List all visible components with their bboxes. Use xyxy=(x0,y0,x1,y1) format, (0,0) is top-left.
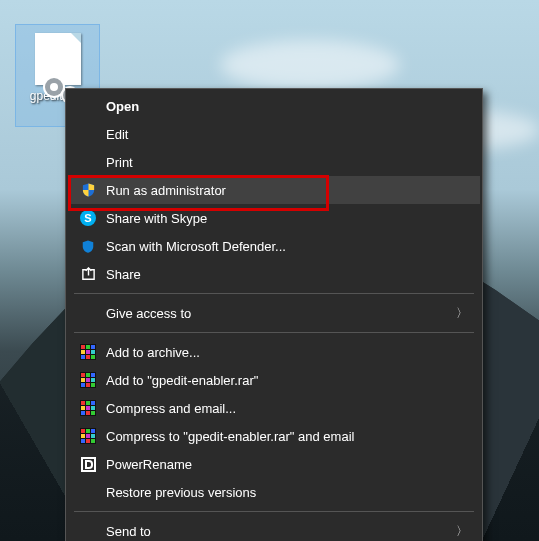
menu-item-label: Give access to xyxy=(106,306,456,321)
menu-item-edit[interactable]: Edit xyxy=(68,120,480,148)
menu-item-label: Open xyxy=(106,99,468,114)
menu-item-label: PowerRename xyxy=(106,457,468,472)
desktop-wallpaper: gpedit-e… Open Edit Print Run as adminis… xyxy=(0,0,539,541)
menu-item-powerrename[interactable]: PowerRename xyxy=(68,450,480,478)
share-icon xyxy=(76,264,100,284)
wallpaper-cloud xyxy=(220,40,400,90)
winrar-icon xyxy=(76,426,100,446)
chevron-right-icon: 〉 xyxy=(456,305,468,322)
menu-item-share[interactable]: Share xyxy=(68,260,480,288)
menu-item-open[interactable]: Open xyxy=(68,92,480,120)
menu-item-label: Add to archive... xyxy=(106,345,468,360)
menu-item-print[interactable]: Print xyxy=(68,148,480,176)
menu-item-send-to[interactable]: Send to 〉 xyxy=(68,517,480,541)
menu-item-label: Share xyxy=(106,267,468,282)
menu-item-label: Restore previous versions xyxy=(106,485,468,500)
menu-item-scan-defender[interactable]: Scan with Microsoft Defender... xyxy=(68,232,480,260)
winrar-icon xyxy=(76,342,100,362)
menu-item-add-to-archive[interactable]: Add to archive... xyxy=(68,338,480,366)
chevron-right-icon: 〉 xyxy=(456,523,468,540)
menu-item-compress-named-and-email[interactable]: Compress to "gpedit-enabler.rar" and ema… xyxy=(68,422,480,450)
menu-item-label: Compress and email... xyxy=(106,401,468,416)
uac-shield-icon xyxy=(76,180,100,200)
menu-item-run-as-administrator[interactable]: Run as administrator xyxy=(68,176,480,204)
menu-item-label: Add to "gpedit-enabler.rar" xyxy=(106,373,468,388)
defender-shield-icon xyxy=(76,236,100,256)
menu-item-label: Run as administrator xyxy=(106,183,468,198)
menu-separator xyxy=(74,293,474,294)
winrar-icon xyxy=(76,398,100,418)
menu-item-label: Scan with Microsoft Defender... xyxy=(106,239,468,254)
menu-item-give-access-to[interactable]: Give access to 〉 xyxy=(68,299,480,327)
menu-item-label: Edit xyxy=(106,127,468,142)
menu-item-label: Send to xyxy=(106,524,456,539)
menu-item-label: Compress to "gpedit-enabler.rar" and ema… xyxy=(106,429,468,444)
menu-item-share-skype[interactable]: Share with Skype xyxy=(68,204,480,232)
menu-item-label: Share with Skype xyxy=(106,211,468,226)
menu-separator xyxy=(74,332,474,333)
skype-icon xyxy=(76,208,100,228)
powerrename-icon xyxy=(76,454,100,474)
menu-separator xyxy=(74,511,474,512)
context-menu: Open Edit Print Run as administrator Sha… xyxy=(65,88,483,541)
winrar-icon xyxy=(76,370,100,390)
menu-item-label: Print xyxy=(106,155,468,170)
menu-item-restore-previous-versions[interactable]: Restore previous versions xyxy=(68,478,480,506)
menu-item-compress-and-email[interactable]: Compress and email... xyxy=(68,394,480,422)
menu-item-add-to-named-rar[interactable]: Add to "gpedit-enabler.rar" xyxy=(68,366,480,394)
